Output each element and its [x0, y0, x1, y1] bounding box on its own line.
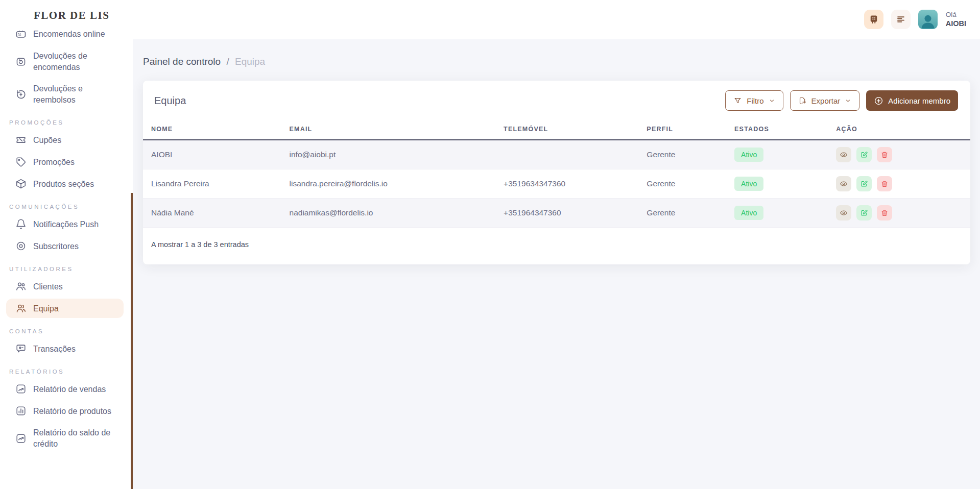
sidebar-item-promocoes[interactable]: Promoções — [6, 152, 124, 172]
sidebar-item-relatorio-saldo-credito[interactable]: Relatório do saldo de crédito — [6, 423, 124, 453]
sidebar-item-label: Cupões — [33, 135, 61, 146]
sidebar-item-label: Relatório do saldo de crédito — [33, 427, 119, 449]
view-button[interactable] — [836, 205, 851, 221]
sidebar-scrollbar[interactable] — [131, 193, 133, 489]
funnel-icon — [733, 96, 742, 105]
cell-email: nadiamikas@flordelis.io — [281, 198, 496, 227]
sidebar-item-transacoes[interactable]: Transações — [6, 339, 124, 358]
edit-button[interactable] — [856, 176, 872, 191]
table-entries-summary: A mostrar 1 a 3 de 3 entradas — [143, 228, 970, 264]
cell-email: lisandra.pereira@flordelis.io — [281, 169, 496, 198]
sales-report-icon — [15, 383, 27, 395]
sidebar-section-relatorios: RELATÓRIOS — [6, 361, 124, 379]
sidebar-item-label: Relatório de produtos — [33, 406, 111, 417]
topbar: Olá AIOBI — [133, 0, 980, 39]
view-button[interactable] — [836, 147, 851, 162]
cell-name: Nádia Mané — [143, 198, 281, 227]
sidebar-item-label: Equipa — [33, 303, 59, 314]
trash-icon — [880, 180, 889, 188]
users-icon — [15, 281, 27, 292]
export-button-label: Exportar — [811, 96, 841, 105]
chevron-down-icon — [769, 97, 775, 104]
team-table: NOME EMAIL TELEMÓVEL PERFIL ESTADOS AÇÃO… — [143, 120, 970, 228]
sidebar-item-label: Notificações Push — [33, 219, 99, 230]
cell-name: AIOBI — [143, 140, 281, 169]
coupon-icon — [15, 134, 27, 145]
column-header-perfil[interactable]: PERFIL — [638, 120, 726, 140]
user-avatar[interactable] — [918, 10, 938, 29]
sidebar-item-subscritores[interactable]: Subscritores — [6, 236, 124, 256]
sidebar-item-clientes[interactable]: Clientes — [6, 277, 124, 296]
sidebar-item-devolucoes-de-encomendas[interactable]: Devoluções de encomendas — [6, 46, 124, 77]
delete-button[interactable] — [877, 205, 892, 221]
breadcrumb-root[interactable]: Painel de controlo — [143, 56, 221, 67]
price-tag-icon — [15, 156, 27, 167]
breadcrumb-separator: / — [226, 56, 229, 67]
breadcrumb-current: Equipa — [235, 56, 265, 67]
delete-button[interactable] — [877, 147, 892, 162]
sidebar-item-label: Subscritores — [33, 241, 79, 252]
column-header-acao: AÇÃO — [828, 120, 970, 140]
brand-name: FLOR DE LIS — [34, 9, 109, 22]
cell-email: info@aiobi.pt — [281, 140, 496, 169]
cell-phone: +351964347360 — [495, 198, 638, 227]
column-header-nome[interactable]: NOME — [143, 120, 281, 140]
sidebar-item-devolucoes-e-reembolsos[interactable]: Devoluções e reembolsos — [6, 79, 124, 109]
sidebar-item-cupoes[interactable]: Cupões — [6, 130, 124, 150]
sidebar-item-label: Devoluções de encomendas — [33, 51, 119, 72]
sidebar-item-relatorio-de-produtos[interactable]: Relatório de produtos — [6, 401, 124, 421]
eye-icon — [840, 151, 848, 159]
filter-button[interactable]: Filtro — [725, 90, 783, 111]
notice-board-button[interactable] — [864, 10, 883, 29]
filter-button-label: Filtro — [747, 96, 763, 105]
edit-button[interactable] — [856, 205, 872, 221]
sidebar-item-label: Transações — [33, 344, 76, 355]
cell-profile: Gerente — [638, 198, 726, 227]
sidebar-item-label: Clientes — [33, 281, 63, 292]
sidebar-item-produtos-secoes[interactable]: Produtos seções — [6, 174, 124, 193]
edit-button[interactable] — [856, 147, 872, 162]
column-header-email[interactable]: EMAIL — [281, 120, 496, 140]
person-silhouette-icon — [919, 12, 937, 29]
column-header-telemovel[interactable]: TELEMÓVEL — [495, 120, 638, 140]
export-button[interactable]: Exportar — [790, 90, 860, 111]
sidebar-item-relatorio-de-vendas[interactable]: Relatório de vendas — [6, 379, 124, 399]
main-content: Painel de controlo / Equipa Equipa Filtr… — [133, 0, 980, 264]
status-badge: Ativo — [734, 206, 763, 220]
menu-lines-icon — [895, 14, 906, 25]
sidebar: Encomendas online Devoluções de encomend… — [0, 0, 133, 489]
column-header-estados[interactable]: ESTADOS — [726, 120, 828, 140]
sidebar-section-promocoes: PROMOÇÕES — [6, 112, 124, 130]
status-badge: Ativo — [734, 148, 763, 162]
credit-report-icon — [15, 433, 27, 444]
trash-icon — [880, 151, 889, 159]
eye-icon — [840, 180, 848, 188]
edit-pencil-icon — [860, 151, 868, 159]
cell-profile: Gerente — [638, 169, 726, 198]
notice-board-icon — [868, 14, 879, 25]
add-member-button[interactable]: Adicionar membro — [866, 90, 958, 111]
cell-phone — [495, 140, 638, 169]
table-row: Lisandra Pereira lisandra.pereira@florde… — [143, 169, 970, 198]
trash-icon — [880, 209, 889, 217]
cell-profile: Gerente — [638, 140, 726, 169]
eye-icon — [840, 209, 848, 217]
flor-de-lis-logo-icon — [8, 2, 32, 29]
table-row: AIOBI info@aiobi.pt Gerente Ativo — [143, 140, 970, 169]
brand-logo[interactable]: FLOR DE LIS — [0, 0, 133, 31]
cell-name: Lisandra Pereira — [143, 169, 281, 198]
sidebar-item-label: Devoluções e reembolsos — [33, 83, 119, 105]
panel-title: Equipa — [154, 95, 186, 107]
cube-icon — [15, 178, 27, 189]
sidebar-section-utilizadores: UTILIZADORES — [6, 258, 124, 277]
sidebar-item-label: Promoções — [33, 157, 75, 168]
edit-pencil-icon — [860, 209, 868, 217]
menu-lines-button[interactable] — [891, 10, 911, 29]
user-greeting: Olá AIOBI — [946, 11, 966, 29]
view-button[interactable] — [836, 176, 851, 191]
delete-button[interactable] — [877, 176, 892, 191]
sidebar-item-notificacoes-push[interactable]: Notificações Push — [6, 214, 124, 234]
order-returns-icon — [15, 56, 27, 67]
sidebar-item-equipa[interactable]: Equipa — [6, 299, 124, 318]
products-report-icon — [15, 405, 27, 417]
